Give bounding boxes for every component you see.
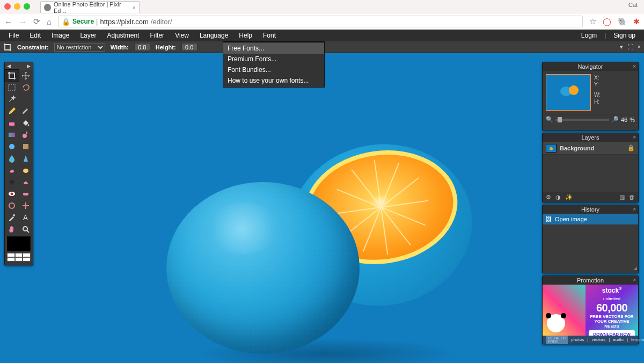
menu-edit[interactable]: Edit [24,30,46,41]
picker-tool[interactable] [5,212,19,223]
promotion-close-icon[interactable]: × [633,276,636,285]
menu-adjustment[interactable]: Adjustment [101,30,144,41]
fullscreen-icon[interactable]: ⛶ [627,43,633,50]
menu-view[interactable]: View [170,30,194,41]
zoom-slider[interactable] [555,119,609,121]
bucket-tool[interactable] [19,117,33,129]
replace-color-tool[interactable] [5,141,19,153]
height-input[interactable] [181,43,197,51]
svg-rect-12 [23,193,28,195]
window-minimize-icon[interactable] [14,3,20,10]
layer-row[interactable]: Background 🔒 [543,142,638,155]
menu-file[interactable]: File [3,30,24,41]
width-input[interactable] [134,43,150,51]
close-panels-icon[interactable]: × [638,43,641,50]
download-now-button[interactable]: DOWNLOAD NOW [589,330,635,336]
browser-profile[interactable]: Cat [628,2,638,8]
svg-point-2 [28,125,30,126]
dodge-tool[interactable] [5,176,19,188]
navigator-thumbnail[interactable] [546,74,591,111]
sharpen-tool[interactable] [19,153,33,164]
menu-language[interactable]: Language [194,30,233,41]
bloat-tool[interactable] [5,200,19,212]
pencil-tool[interactable] [5,105,19,117]
signup-link[interactable]: Sign up [608,30,641,41]
smudge-tool[interactable] [5,164,19,176]
burn-tool[interactable] [19,176,33,188]
collapse-down-icon[interactable]: ▾ [620,43,623,50]
browser-tab[interactable]: Online Photo Editor | Pixlr Ed… × [40,1,140,13]
empty-tool-6 [19,93,33,105]
history-close-icon[interactable]: × [633,205,636,214]
font-menu-own[interactable]: How to use your own fonts... [223,75,324,86]
tab-close-icon[interactable]: × [133,4,136,11]
eraser-tool[interactable] [5,117,19,129]
blur-tool[interactable] [5,153,19,164]
layer-settings-icon[interactable]: ⚙ [546,194,551,201]
toolbox-prev-icon[interactable]: ◀ [7,63,11,69]
promotion-banner[interactable]: stock®unlimited 60,000 FREE VECTORS FOR … [543,285,638,336]
layer-mask-icon[interactable]: ◑ [555,194,561,201]
zoom-out-icon[interactable]: 🔍 [546,116,553,123]
font-menu-premium[interactable]: Premium Fonts... [223,54,324,64]
font-menu-bundles[interactable]: Font Bundles... [223,64,324,75]
promo-link-photos[interactable]: photos [571,337,584,342]
lasso-tool[interactable] [19,82,33,93]
resize-grip-icon[interactable]: ◢ [633,265,637,271]
promo-link-audio[interactable]: audio [613,337,624,342]
sponge-tool[interactable] [19,164,33,176]
color-swatches[interactable] [7,253,31,262]
clone-tool[interactable] [19,129,33,141]
layer-lock-icon[interactable]: 🔒 [627,144,635,151]
promo-headline: 60,000 [589,302,635,314]
forward-icon[interactable]: → [19,17,27,26]
constraint-select[interactable]: No restriction [54,43,105,52]
bookmark-star-icon[interactable]: ☆ [589,17,596,26]
login-link[interactable]: Login [576,30,602,41]
promo-link-templates[interactable]: templates [631,337,644,342]
ext-icon-1[interactable]: ◯ [603,17,611,26]
window-zoom-icon[interactable] [24,3,30,10]
wand-tool[interactable] [5,93,19,105]
back-icon[interactable]: ← [4,17,12,26]
pinch-tool[interactable] [19,200,33,212]
menu-font[interactable]: Font [258,30,281,41]
spot-heal-tool[interactable] [19,188,33,200]
menu-layer[interactable]: Layer [75,30,101,41]
svg-point-13 [9,203,14,208]
layer-new-icon[interactable]: ▧ [619,194,625,201]
menu-help[interactable]: Help [233,30,258,41]
ext-icon-2[interactable]: ✱ [633,17,640,26]
layer-styles-icon[interactable]: ✨ [565,194,573,201]
zoom-unit: % [630,117,635,123]
navigator-close-icon[interactable]: × [633,62,636,71]
svg-point-6 [9,144,14,149]
marquee-tool[interactable] [5,82,19,93]
font-menu-free[interactable]: Free Fonts... [223,43,324,54]
home-icon[interactable]: ⌂ [47,17,52,26]
toolbox-next-icon[interactable]: ▶ [27,63,31,69]
promo-link-vectors[interactable]: vectors [591,337,605,342]
hand-tool[interactable] [5,223,19,235]
brush-tool[interactable] [19,105,33,117]
zoom-tool[interactable] [19,223,33,235]
menu-filter[interactable]: Filter [144,30,170,41]
menu-image[interactable]: Image [46,30,75,41]
history-item[interactable]: 🖼 Open image [543,214,638,224]
redeye-tool[interactable] [5,188,19,200]
draw-tool[interactable] [19,141,33,153]
reload-icon[interactable]: ⟳ [33,17,40,26]
address-bar[interactable]: 🔒 Secure | https://pixlr.com/editor/ [58,16,583,27]
evernote-icon[interactable]: 🐘 [618,17,627,26]
type-tool[interactable]: A [19,212,33,223]
layers-close-icon[interactable]: × [633,133,636,142]
window-close-icon[interactable] [4,3,11,10]
promotion-panel: Promotion× stock®unlimited 60,000 FREE V… [542,275,639,344]
gradient-tool[interactable] [5,129,19,141]
crop-tool[interactable] [5,70,19,82]
move-tool[interactable] [19,70,33,82]
zoom-in-icon[interactable]: 🔎 [611,116,619,123]
foreground-color[interactable] [7,236,31,251]
pixlr-app: File Edit Image Layer Adjustment Filter … [0,30,644,363]
layer-delete-icon[interactable]: 🗑 [629,194,635,201]
